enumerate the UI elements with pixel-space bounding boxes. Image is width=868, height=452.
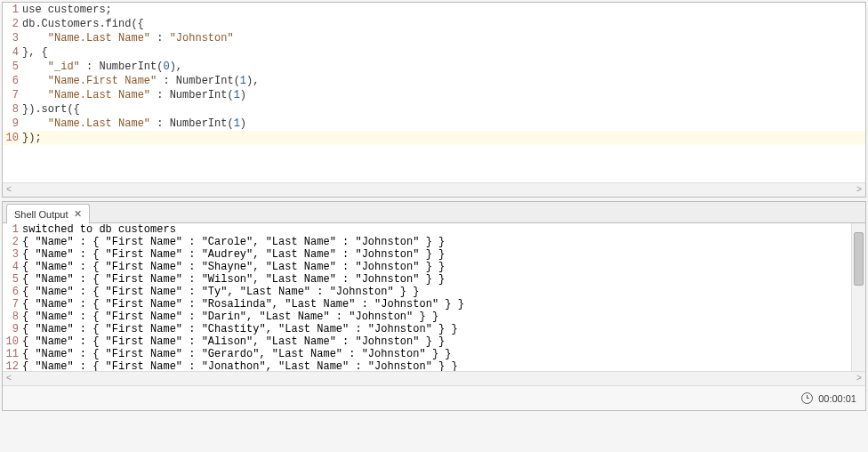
scroll-left-icon[interactable]: <	[6, 185, 12, 195]
output-vscroll[interactable]	[851, 223, 865, 371]
status-bar: 00:00:01	[3, 385, 865, 410]
output-lines[interactable]: switched to db customers{ "Name" : { "Fi…	[22, 223, 851, 371]
output-wrapper: Shell Output ✕ 1234567891011121314 switc…	[2, 201, 866, 411]
shell-output-panel: 1234567891011121314 switched to db custo…	[3, 223, 865, 410]
tab-label: Shell Output	[14, 209, 68, 220]
vscroll-thumb[interactable]	[854, 232, 864, 286]
output-tabbar: Shell Output ✕	[3, 202, 865, 223]
elapsed-time: 00:00:01	[818, 393, 856, 404]
editor-hscroll[interactable]: < >	[3, 182, 865, 197]
code-editor[interactable]: 12345678910 use customers;db.Customers.f…	[3, 3, 865, 182]
scroll-right-icon[interactable]: >	[856, 185, 862, 195]
output-gutter: 1234567891011121314	[3, 223, 22, 371]
clock-icon	[801, 392, 813, 404]
editor-gutter: 12345678910	[3, 3, 22, 182]
scroll-left-icon[interactable]: <	[6, 374, 12, 383]
output-hscroll[interactable]: < >	[3, 371, 865, 385]
tab-shell-output[interactable]: Shell Output ✕	[6, 204, 90, 223]
editor-lines[interactable]: use customers;db.Customers.find({ "Name.…	[22, 3, 865, 182]
close-icon[interactable]: ✕	[74, 209, 82, 219]
scroll-right-icon[interactable]: >	[856, 374, 862, 383]
code-editor-panel: 12345678910 use customers;db.Customers.f…	[2, 2, 866, 198]
